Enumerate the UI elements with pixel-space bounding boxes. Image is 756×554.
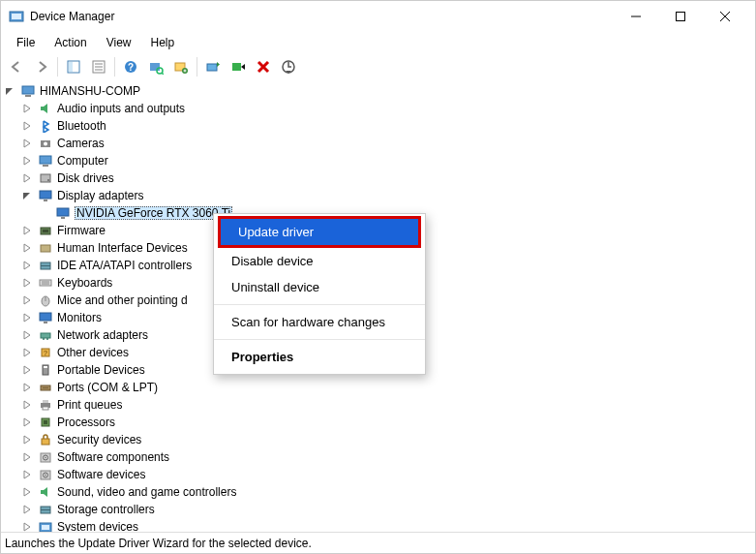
tree-category[interactable]: Processors — [1, 414, 755, 431]
tree-node-label: NVIDIA GeForce RTX 3060 Ti — [75, 206, 232, 220]
device-tree[interactable]: HIMANSHU-COMPAudio inputs and outputsBlu… — [1, 80, 755, 532]
properties-button[interactable] — [87, 55, 110, 78]
expander-icon[interactable] — [22, 278, 38, 288]
expander-icon[interactable] — [22, 400, 38, 410]
svg-rect-22 — [232, 63, 241, 71]
camera-icon — [38, 136, 53, 151]
display-icon — [55, 205, 71, 221]
svg-rect-7 — [69, 62, 73, 72]
svg-line-16 — [162, 73, 164, 75]
close-button[interactable] — [703, 3, 747, 30]
ctx-properties[interactable]: Properties — [214, 344, 425, 370]
expander-icon[interactable] — [22, 435, 38, 445]
add-device-button[interactable] — [169, 55, 193, 78]
audio-icon — [38, 484, 53, 500]
tree-node-label: Network adapters — [57, 328, 148, 342]
expander-icon[interactable] — [22, 452, 38, 462]
expander-icon[interactable] — [22, 330, 38, 340]
expander-icon[interactable] — [22, 156, 38, 166]
tree-category[interactable]: Display adapters — [1, 187, 755, 204]
expander-icon[interactable] — [22, 104, 38, 113]
tree-category[interactable]: Ports (COM & LPT) — [1, 379, 755, 396]
display-icon — [38, 188, 53, 203]
tree-node-label: Processors — [57, 416, 115, 429]
expander-icon[interactable] — [22, 226, 38, 235]
tree-node-label: Monitors — [57, 311, 102, 324]
tree-node-label: Disk drives — [57, 171, 114, 185]
menu-action[interactable]: Action — [45, 34, 96, 51]
expander-icon[interactable] — [22, 365, 38, 375]
expander-icon[interactable] — [22, 417, 38, 427]
expander-icon[interactable] — [22, 313, 38, 323]
expander-icon[interactable] — [5, 86, 20, 96]
maximize-button[interactable] — [658, 3, 703, 30]
bluetooth-icon — [38, 118, 53, 134]
ctx-update-driver[interactable]: Update driver — [221, 219, 418, 245]
show-hide-console-button[interactable] — [62, 55, 85, 78]
tree-category[interactable]: Audio inputs and outputs — [1, 100, 755, 117]
expander-icon[interactable] — [22, 138, 38, 148]
svg-rect-50 — [41, 333, 50, 338]
nav-back-button[interactable] — [5, 55, 28, 78]
statusbar: Launches the Update Driver Wizard for th… — [1, 532, 755, 553]
update-driver-button[interactable] — [201, 55, 225, 78]
expander-icon[interactable] — [22, 295, 38, 305]
menu-file[interactable]: File — [7, 34, 45, 51]
statusbar-text: Launches the Update Driver Wizard for th… — [5, 537, 312, 550]
svg-rect-40 — [41, 245, 50, 252]
expander-icon[interactable] — [22, 505, 38, 514]
tree-node-label: Human Interface Devices — [57, 241, 188, 255]
ctx-disable-device[interactable]: Disable device — [214, 248, 425, 274]
uninstall-device-button[interactable] — [252, 55, 275, 78]
svg-point-52 — [46, 338, 48, 340]
minimize-button[interactable] — [614, 3, 658, 30]
svg-rect-39 — [43, 230, 48, 232]
help-button[interactable]: ? — [119, 55, 142, 78]
expander-icon[interactable] — [22, 383, 38, 392]
menu-view[interactable]: View — [97, 34, 141, 51]
svg-rect-56 — [44, 366, 47, 368]
hid-icon — [38, 240, 53, 256]
expander-icon[interactable] — [22, 522, 38, 532]
add-legacy-hardware-button[interactable] — [277, 55, 300, 78]
software-icon — [38, 449, 53, 465]
tree-category[interactable]: Computer — [1, 152, 755, 169]
expander-icon[interactable] — [22, 173, 38, 183]
tree-node-label: Cameras — [57, 137, 105, 150]
tree-category[interactable]: System devices — [1, 518, 755, 532]
tree-node-label: Bluetooth — [57, 119, 106, 133]
tree-category[interactable]: Cameras — [1, 135, 755, 152]
network-icon — [38, 327, 53, 343]
ctx-scan-hardware[interactable]: Scan for hardware changes — [214, 309, 425, 335]
disk-icon — [38, 170, 53, 186]
tree-root[interactable]: HIMANSHU-COMP — [1, 82, 755, 100]
tree-node-label: Mice and other pointing d — [57, 293, 188, 307]
expander-icon[interactable] — [22, 348, 38, 357]
expander-icon[interactable] — [22, 191, 38, 200]
tree-node-label: Print queues — [57, 398, 122, 412]
ctx-uninstall-device[interactable]: Uninstall device — [214, 274, 425, 300]
disable-device-button[interactable] — [227, 55, 250, 78]
svg-rect-3 — [677, 13, 685, 21]
expander-icon[interactable] — [22, 243, 38, 253]
expander-icon[interactable] — [22, 470, 38, 479]
tree-category[interactable]: Sound, video and game controllers — [1, 483, 755, 501]
menu-help[interactable]: Help — [141, 34, 185, 51]
tree-category[interactable]: Storage controllers — [1, 501, 755, 518]
tree-node-label: Portable Devices — [57, 363, 145, 377]
tree-category[interactable]: Software devices — [1, 466, 755, 483]
svg-rect-43 — [40, 280, 51, 286]
tree-category[interactable]: Print queues — [1, 396, 755, 414]
svg-rect-26 — [22, 86, 34, 94]
svg-rect-63 — [43, 407, 48, 410]
nav-forward-button[interactable] — [30, 55, 53, 78]
tree-category[interactable]: Software components — [1, 448, 755, 466]
scan-hardware-button[interactable] — [144, 55, 167, 78]
expander-icon[interactable] — [22, 261, 38, 270]
tree-category[interactable]: Bluetooth — [1, 117, 755, 135]
tree-category[interactable]: Security devices — [1, 431, 755, 448]
tree-category[interactable]: Disk drives — [1, 169, 755, 187]
expander-icon[interactable] — [22, 487, 38, 497]
svg-point-60 — [46, 387, 48, 389]
expander-icon[interactable] — [22, 121, 38, 131]
